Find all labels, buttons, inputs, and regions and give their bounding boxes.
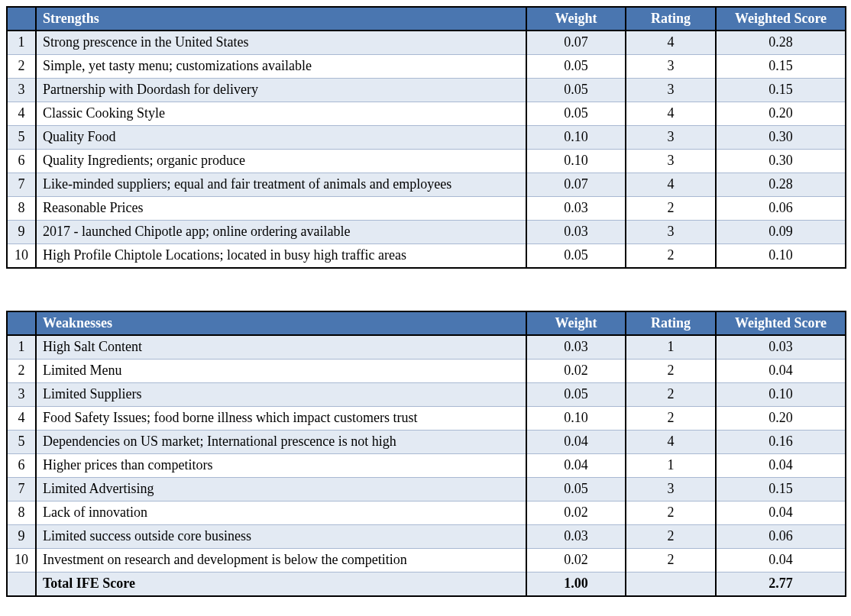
col-strengths: Strengths: [36, 7, 526, 31]
total-weight: 1.00: [526, 572, 626, 597]
table-row: 8Reasonable Prices0.0320.06: [7, 197, 846, 221]
table-row: 3Partnership with Doordash for delivery0…: [7, 79, 846, 102]
col-weaknesses: Weaknesses: [36, 311, 526, 335]
col-weighted-score: Weighted Score: [716, 311, 846, 335]
table-row: 9Limited success outside core business0.…: [7, 525, 846, 549]
table-row: 92017 - launched Chipotle app; online or…: [7, 221, 846, 244]
total-label: Total IFE Score: [36, 572, 526, 597]
strengths-table: Strengths Weight Rating Weighted Score 1…: [6, 6, 846, 269]
table-row: 4Food Safety Issues; food borne illness …: [7, 407, 846, 431]
table-row: 6Quality Ingredients; organic produce0.1…: [7, 150, 846, 173]
table-row: 2Simple, yet tasty menu; customizations …: [7, 55, 846, 79]
table-row: 1High Salt Content0.0310.03: [7, 335, 846, 360]
table-row: 10High Profile Chiptole Locations; locat…: [7, 244, 846, 269]
table-row: 7Limited Advertising0.0530.15: [7, 478, 846, 502]
col-weight: Weight: [526, 7, 626, 31]
total-row: Total IFE Score1.002.77: [7, 572, 846, 597]
table-row: 5Dependencies on US market; Internationa…: [7, 431, 846, 454]
table-row: 3Limited Suppliers0.0520.10: [7, 383, 846, 407]
col-weight: Weight: [526, 311, 626, 335]
weaknesses-table: Weaknesses Weight Rating Weighted Score …: [6, 311, 846, 597]
col-rating: Rating: [626, 7, 716, 31]
col-weighted-score: Weighted Score: [716, 7, 846, 31]
table-row: 5Quality Food0.1030.30: [7, 126, 846, 150]
table-row: 7Like-minded suppliers; equal and fair t…: [7, 173, 846, 197]
table-row: 10Investment on research and development…: [7, 549, 846, 572]
col-rating: Rating: [626, 311, 716, 335]
total-score: 2.77: [716, 572, 846, 597]
col-number: [7, 311, 36, 335]
table-row: 4Classic Cooking Style0.0540.20: [7, 102, 846, 126]
table-row: 1Strong prescence in the United States0.…: [7, 31, 846, 55]
table-row: 2Limited Menu0.0220.04: [7, 360, 846, 383]
table-row: 8Lack of innovation0.0220.04: [7, 502, 846, 525]
table-row: 6Higher prices than competitors0.0410.04: [7, 454, 846, 478]
col-number: [7, 7, 36, 31]
